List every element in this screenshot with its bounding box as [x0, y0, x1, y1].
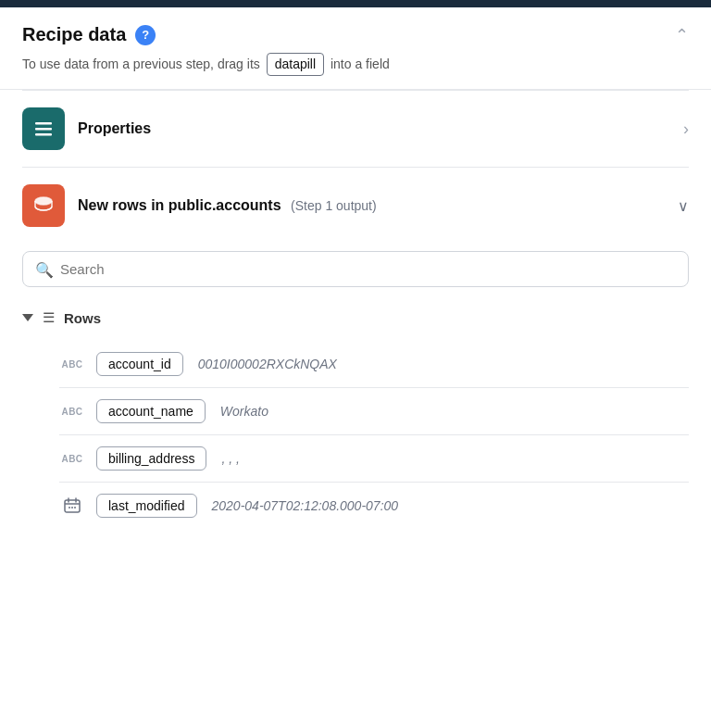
- top-bar: [0, 0, 711, 7]
- field-pill-account-name[interactable]: account_name: [96, 399, 206, 423]
- data-rows-container: ABC account_id 0010I00002RXCkNQAX ABC ac…: [59, 341, 689, 529]
- calendar-icon: [59, 496, 85, 515]
- step1-section[interactable]: New rows in public.accounts (Step 1 outp…: [0, 168, 711, 244]
- field-value-account-name: Workato: [220, 404, 268, 419]
- step1-title-group: New rows in public.accounts (Step 1 outp…: [78, 197, 377, 214]
- svg-point-11: [74, 507, 76, 508]
- type-label-account-id: ABC: [59, 359, 85, 370]
- search-icon: 🔍: [35, 260, 54, 278]
- datapill-example: datapill: [267, 53, 324, 76]
- header: Recipe data ? ⌃ To use data from a previ…: [0, 7, 711, 90]
- table-row: ABC account_id 0010I00002RXCkNQAX: [59, 341, 689, 387]
- search-input[interactable]: [22, 251, 689, 287]
- help-icon[interactable]: ?: [135, 25, 156, 45]
- svg-rect-5: [65, 500, 80, 512]
- page-title: Recipe data: [22, 24, 126, 45]
- rows-label: Rows: [64, 310, 101, 326]
- svg-rect-2: [35, 133, 52, 136]
- header-subtitle: To use data from a previous step, drag i…: [22, 53, 689, 76]
- table-row: ABC billing_address , , ,: [59, 434, 689, 482]
- properties-label: Properties: [78, 120, 151, 137]
- step1-step-label: (Step 1 output): [291, 198, 377, 213]
- step1-chevron: ∨: [678, 197, 689, 215]
- rows-triangle: [22, 314, 33, 321]
- field-pill-billing[interactable]: billing_address: [96, 446, 206, 471]
- field-value-last-modified: 2020-04-07T02:12:08.000-07:00: [212, 498, 399, 513]
- type-label-billing: ABC: [59, 454, 85, 464]
- svg-rect-0: [35, 122, 52, 125]
- svg-point-9: [69, 507, 70, 508]
- svg-rect-1: [35, 128, 52, 131]
- field-pill-last-modified[interactable]: last_modified: [96, 494, 197, 518]
- rows-lines-icon: ☰: [43, 309, 55, 326]
- table-row: ABC account_name Workato: [59, 387, 689, 434]
- search-container: 🔍: [22, 251, 689, 287]
- properties-section[interactable]: Properties ›: [0, 91, 711, 167]
- field-pill-account-id[interactable]: account_id: [96, 352, 183, 376]
- properties-chevron: ›: [683, 119, 689, 139]
- table-row: last_modified 2020-04-07T02:12:08.000-07…: [59, 482, 689, 529]
- properties-icon: [22, 107, 65, 150]
- field-value-billing: , , ,: [221, 451, 239, 466]
- field-value-account-id: 0010I00002RXCkNQAX: [198, 357, 337, 371]
- type-label-account-name: ABC: [59, 407, 85, 417]
- collapse-icon[interactable]: ⌃: [675, 25, 689, 45]
- step1-label: New rows in public.accounts: [78, 197, 281, 213]
- step1-icon: [22, 184, 65, 227]
- svg-point-10: [71, 507, 73, 508]
- rows-section: ☰ Rows ABC account_id 0010I00002RXCkNQAX…: [0, 302, 711, 529]
